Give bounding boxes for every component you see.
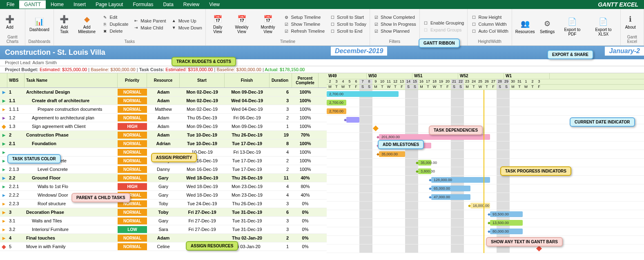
duration-cell[interactable]: 3 xyxy=(270,98,292,103)
duration-cell[interactable]: 11 xyxy=(270,175,292,180)
tab-page-layout[interactable]: Page Layout xyxy=(91,0,128,9)
task-name-cell[interactable]: Agreement to architectural plan xyxy=(25,115,118,120)
resource-cell[interactable]: Gary xyxy=(147,193,180,197)
duration-cell[interactable]: 4 xyxy=(270,193,292,197)
finish-cell[interactable]: Mon 23-Dec-19 xyxy=(225,184,270,189)
duration-cell[interactable]: 6 xyxy=(270,90,292,94)
col-duration[interactable]: Duration xyxy=(270,73,292,87)
percent-cell[interactable]: 40% xyxy=(292,193,319,197)
duration-cell[interactable]: 2 xyxy=(270,235,292,240)
resource-cell[interactable]: Adam xyxy=(147,115,180,120)
tab-home[interactable]: Home xyxy=(46,0,69,9)
finish-cell[interactable]: Tue 31-Dec-19 xyxy=(225,227,270,232)
finish-cell[interactable]: Tue 17-Dec-19 xyxy=(225,141,270,146)
duplicate-item[interactable]: ⎘Duplicate xyxy=(100,21,130,27)
make-parent-item[interactable]: ⇤Make Parent xyxy=(131,18,167,24)
duration-cell[interactable]: 3 xyxy=(270,201,292,206)
move-down-item[interactable]: ▼Move Down xyxy=(169,25,204,31)
task-row[interactable]: ▸ 2 Construction Phase NORMAL Adam Tue 1… xyxy=(0,131,327,139)
tab-data[interactable]: Data xyxy=(158,0,178,9)
resource-cell[interactable]: Adam xyxy=(147,235,180,240)
export-pdf-button[interactable]: 📄Export to PDF xyxy=(558,16,587,37)
export-xlsx-button[interactable]: 📄Export to XLSX xyxy=(588,16,619,37)
start-cell[interactable]: Mon 02-Dec-19 xyxy=(180,98,225,103)
percent-cell[interactable]: 100% xyxy=(292,90,319,94)
resource-cell[interactable]: Adam xyxy=(147,132,180,137)
resource-cell[interactable]: Gary xyxy=(147,175,180,180)
scroll-today-item[interactable]: ☐ Scroll to Today xyxy=(328,21,368,27)
start-cell[interactable]: Fri 27-Dec-19 xyxy=(180,227,225,232)
col-name[interactable]: Task Name xyxy=(25,73,118,87)
task-row[interactable]: ▸ 2.2.2 Windows/ Door NORMAL Gary Wed 18… xyxy=(0,191,327,199)
task-row[interactable]: ▸ 3.1 Walls and Tiles NORMAL Gary Fri 27… xyxy=(0,217,327,225)
tab-view[interactable]: View xyxy=(204,0,225,9)
priority-cell[interactable]: HIGH xyxy=(118,123,147,130)
finish-cell[interactable]: Thu 26-Dec-19 xyxy=(225,132,270,137)
col-wbs[interactable]: WBS xyxy=(7,73,25,87)
gantt-bar[interactable]: ◆2,700.00 xyxy=(327,100,346,105)
percent-cell[interactable]: 80% xyxy=(292,184,319,189)
priority-cell[interactable]: NORMAL xyxy=(118,114,147,121)
percent-cell[interactable]: 100% xyxy=(292,150,319,155)
refresh-timeline-item[interactable]: ☑ Refresh Timeline xyxy=(282,28,327,34)
percent-cell[interactable]: 0% xyxy=(292,210,319,215)
show-timeline-item[interactable]: ☑ Show Timeline xyxy=(282,21,327,27)
duration-cell[interactable]: 3 xyxy=(270,227,292,232)
resource-cell[interactable]: Celine xyxy=(147,244,180,249)
task-name-cell[interactable]: Prepare construction documents xyxy=(25,107,118,112)
percent-cell[interactable]: 70% xyxy=(292,132,319,137)
task-row[interactable]: ▸ 1.1.1 Prepare construction documents N… xyxy=(0,105,327,114)
task-row[interactable]: ▸ 1 Architectural Design NORMAL Adam Mon… xyxy=(0,88,327,96)
daily-view-button[interactable]: 📅Daily View xyxy=(207,13,228,35)
task-name-cell[interactable]: Level Concrete xyxy=(25,167,118,172)
start-cell[interactable]: Tue 10-Dec-19 xyxy=(180,132,225,137)
duration-cell[interactable]: 6 xyxy=(270,210,292,215)
resource-cell[interactable]: Adrian xyxy=(147,141,180,146)
task-row[interactable]: ▸ 1.1 Create draft of architecture NORMA… xyxy=(0,96,327,105)
finish-cell[interactable]: Tue 17-Dec-19 xyxy=(225,167,270,172)
start-cell[interactable]: Fri 27-Dec-19 xyxy=(180,210,225,215)
task-row[interactable]: ▸ 2.2 Ground Floor NORMAL Gary Wed 18-De… xyxy=(0,174,327,182)
start-cell[interactable]: Tue 24-Dec-19 xyxy=(180,201,225,206)
col-start[interactable]: Start xyxy=(180,73,225,87)
resource-cell[interactable]: Danny xyxy=(147,167,180,172)
gantt-bar[interactable]: ◆16,000.00 xyxy=(470,203,490,208)
add-milestone-button[interactable]: ◆Add Milestone xyxy=(75,13,99,35)
show-planned-item[interactable]: ☑ Show Planned xyxy=(372,28,418,34)
priority-cell[interactable]: NORMAL xyxy=(118,217,147,224)
task-row[interactable]: ▸ 2.1 Foundation NORMAL Adrian Tue 10-De… xyxy=(0,139,327,148)
show-completed-item[interactable]: ☑ Show Completed xyxy=(372,14,418,20)
duration-cell[interactable]: 1 xyxy=(270,124,292,129)
start-cell[interactable]: Thu 05-Dec-19 xyxy=(180,115,225,120)
scroll-end-item[interactable]: ☐ Scroll to End xyxy=(328,28,368,34)
delete-item[interactable]: ✖Delete xyxy=(100,28,130,34)
task-name-cell[interactable]: Interiors/ Furniture xyxy=(25,227,118,232)
priority-cell[interactable]: NORMAL xyxy=(118,97,147,104)
priority-cell[interactable]: NORMAL xyxy=(118,175,147,182)
finish-cell[interactable]: Tue 17-Dec-19 xyxy=(225,158,270,163)
priority-cell[interactable]: NORMAL xyxy=(118,106,147,113)
percent-cell[interactable]: 100% xyxy=(292,167,319,172)
task-name-cell[interactable]: Decoration Phase xyxy=(25,210,118,215)
percent-cell[interactable]: 0% xyxy=(292,201,319,206)
resource-cell[interactable]: Adam xyxy=(147,98,180,103)
move-up-item[interactable]: ▲Move Up xyxy=(169,18,204,24)
start-cell[interactable]: Mon 09-Dec-19 xyxy=(180,124,225,129)
gantt-bar[interactable]: ◆13,500.00 xyxy=(490,220,523,226)
finish-cell[interactable]: Fri 13-Dec-19 xyxy=(225,150,270,155)
resource-cell[interactable]: Gary xyxy=(147,184,180,189)
task-name-cell[interactable]: Final touches xyxy=(25,235,118,240)
resource-cell[interactable]: Matthew xyxy=(147,107,180,112)
finish-cell[interactable]: Mon 09-Dec-19 xyxy=(225,124,270,129)
start-cell[interactable]: Mon 02-Dec-19 xyxy=(180,90,225,94)
task-row[interactable]: ▸ 3.2 Interiors/ Furniture LOW Sara Fri … xyxy=(0,225,327,234)
milestone-marker[interactable] xyxy=(373,126,379,131)
start-cell[interactable]: Wed 18-Dec-19 xyxy=(180,184,225,189)
finish-cell[interactable]: Thu 26-Dec-19 xyxy=(225,175,270,180)
start-cell[interactable]: Mon 02-Dec-19 xyxy=(180,107,225,112)
weekly-view-button[interactable]: 📅Weekly View xyxy=(230,13,254,35)
duration-cell[interactable]: 2 xyxy=(270,167,292,172)
tab-review[interactable]: Review xyxy=(178,0,204,9)
priority-cell[interactable]: NORMAL xyxy=(118,209,147,216)
duration-cell[interactable]: 1 xyxy=(270,244,292,249)
